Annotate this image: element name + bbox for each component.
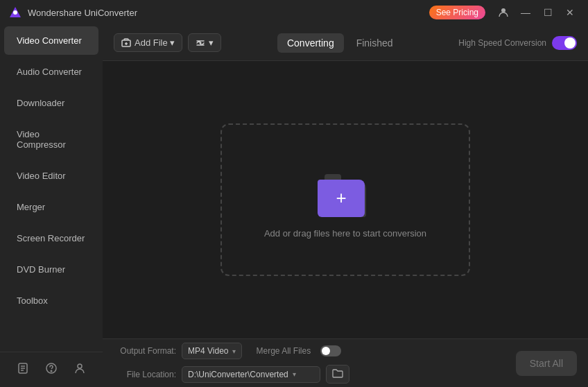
svg-point-1 [13, 10, 17, 15]
bottom-fields: Output Format: MP4 Video ▾ Merge All Fil… [114, 343, 508, 384]
sidebar-item-audio-converter[interactable]: Audio Converter [4, 58, 98, 86]
high-speed-label: High Speed Conversion [458, 38, 546, 48]
add-file-label: Add File ▾ [135, 37, 175, 48]
sidebar-item-dvd-burner[interactable]: DVD Burner [4, 255, 98, 284]
toolbar-center: Converting Finished [221, 33, 458, 53]
folder-front: + [318, 180, 365, 217]
add-file-button[interactable]: Add File ▾ [114, 33, 182, 52]
sidebar-item-video-editor[interactable]: Video Editor [4, 162, 98, 190]
output-format-row: Output Format: MP4 Video ▾ Merge All Fil… [114, 343, 508, 359]
browse-folder-button[interactable] [326, 365, 349, 384]
book-icon[interactable] [12, 359, 33, 380]
toolbar: Add File ▾ ▾ Converting Finished High Sp… [103, 25, 588, 61]
toolbar-right: High Speed Conversion [458, 36, 577, 50]
bottom-bar: Output Format: MP4 Video ▾ Merge All Fil… [103, 338, 588, 387]
profile-icon[interactable] [69, 359, 90, 380]
output-format-label: Output Format: [114, 346, 176, 356]
folder-icon: + [314, 162, 377, 217]
convert-settings-button[interactable]: ▾ [188, 33, 221, 52]
merge-label: Merge All Files [256, 346, 311, 356]
help-icon[interactable] [41, 359, 62, 380]
toolbar-left: Add File ▾ ▾ [114, 33, 221, 52]
svg-point-8 [51, 370, 52, 372]
sidebar-item-merger[interactable]: Merger [4, 193, 98, 221]
sidebar-item-video-compressor[interactable]: Video Compressor [4, 120, 98, 159]
file-location-display[interactable]: D:\UniConverter\Converted ▾ [182, 366, 320, 383]
merge-toggle[interactable] [320, 345, 341, 356]
file-location-value: D:\UniConverter\Converted [188, 370, 288, 379]
main-layout: Video Converter Audio Converter Download… [0, 25, 588, 387]
file-location-row: File Location: D:\UniConverter\Converted… [114, 365, 508, 384]
svg-point-9 [78, 364, 82, 368]
user-account-button[interactable] [494, 3, 513, 22]
app-logo [8, 6, 22, 19]
file-location-arrow: ▾ [293, 370, 296, 378]
window-controls: — ☐ ✕ [494, 3, 580, 22]
start-all-button[interactable]: Start All [516, 351, 577, 376]
see-pricing-button[interactable]: See Pricing [429, 6, 485, 19]
drop-label: Add or drag files here to start conversi… [264, 228, 426, 239]
restore-button[interactable]: ☐ [538, 3, 557, 22]
tab-converting[interactable]: Converting [277, 33, 344, 53]
titlebar: Wondershare UniConverter See Pricing — ☐… [0, 0, 588, 25]
drop-zone[interactable]: + Add or drag files here to start conver… [103, 61, 588, 338]
sidebar-item-downloader[interactable]: Downloader [4, 89, 98, 117]
format-select-arrow: ▾ [232, 347, 236, 355]
drop-zone-inner[interactable]: + Add or drag files here to start conver… [220, 123, 470, 276]
file-location-label: File Location: [114, 370, 176, 379]
close-button[interactable]: ✕ [560, 3, 580, 22]
sidebar-item-video-converter[interactable]: Video Converter [4, 26, 98, 55]
minimize-button[interactable]: — [516, 3, 535, 22]
svg-point-2 [501, 8, 505, 12]
convert-setting-arrow: ▾ [209, 37, 214, 48]
sidebar-item-screen-recorder[interactable]: Screen Recorder [4, 224, 98, 252]
tab-finished[interactable]: Finished [347, 33, 403, 53]
sidebar: Video Converter Audio Converter Download… [0, 25, 103, 387]
output-format-value: MP4 Video [188, 346, 228, 356]
app-title: Wondershare UniConverter [28, 8, 429, 18]
sidebar-footer [0, 352, 103, 387]
content-area: Add File ▾ ▾ Converting Finished High Sp… [103, 25, 588, 387]
high-speed-toggle[interactable] [552, 36, 577, 50]
output-format-select[interactable]: MP4 Video ▾ [182, 343, 242, 359]
sidebar-item-toolbox[interactable]: Toolbox [4, 286, 98, 315]
